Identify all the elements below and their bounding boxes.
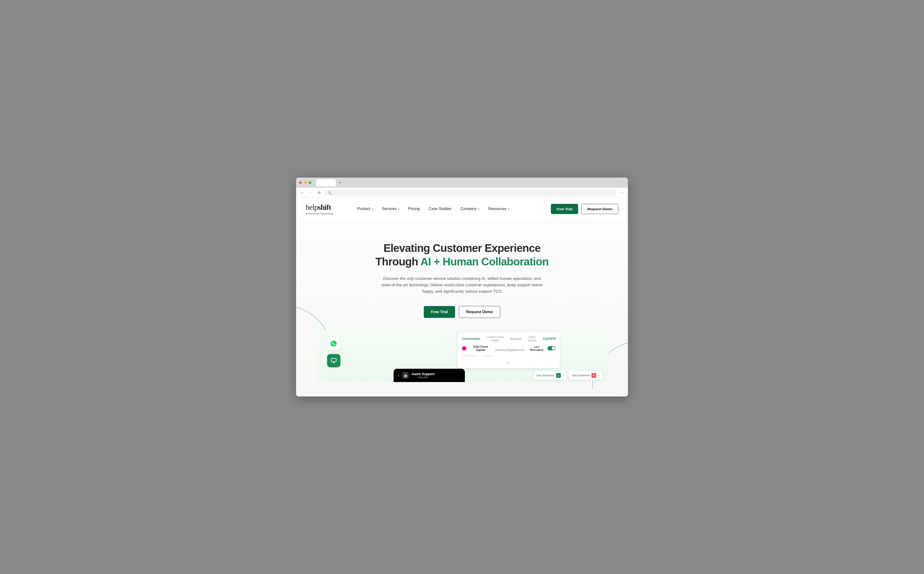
chat-widget: ‹ 🤖 Game Support Help Bot bbox=[394, 369, 465, 382]
minimize-window-icon[interactable] bbox=[304, 181, 307, 184]
logo[interactable]: helpshift A Keywords Technology bbox=[306, 203, 334, 215]
chevron-down-icon: ▾ bbox=[478, 208, 479, 210]
browser-menu-button[interactable]: ⋯ bbox=[620, 190, 625, 195]
chevron-down-icon: ▾ bbox=[508, 208, 509, 210]
nav-resources[interactable]: Resources ▾ bbox=[488, 207, 509, 211]
nav-product[interactable]: Product ▾ bbox=[357, 207, 373, 211]
nav-services[interactable]: Services ▾ bbox=[382, 207, 399, 211]
close-window-icon[interactable] bbox=[299, 181, 302, 184]
conversation-tabs: Conversation Custom Issue Fields Metadat… bbox=[462, 336, 556, 342]
sentiment-positive[interactable]: User Sentiment ☺ ▾ bbox=[534, 371, 566, 380]
hero-title-line2-pre: Through bbox=[375, 255, 420, 268]
nav-product-label: Product bbox=[357, 207, 370, 211]
hero-request-demo-button[interactable]: Request Demo bbox=[459, 306, 500, 318]
logo-part-shift: shift bbox=[318, 203, 331, 211]
main-nav: Product ▾ Services ▾ Pricing Case Studie… bbox=[357, 207, 509, 211]
toggle-switch-icon bbox=[548, 346, 556, 350]
user-name: Julia Cesar Zapata bbox=[468, 345, 493, 352]
hero-subtitle: Discover the only customer service solut… bbox=[381, 275, 543, 295]
issue-id: #1247879 bbox=[543, 337, 556, 341]
avatar bbox=[462, 346, 466, 350]
hero-cta-group: Free Trial Request Demo bbox=[306, 306, 618, 318]
frown-icon: ☹ bbox=[592, 373, 596, 378]
browser-tabs: + bbox=[316, 179, 343, 186]
nav-resources-label: Resources bbox=[488, 207, 507, 211]
edit-icon[interactable]: ✎ bbox=[462, 361, 556, 365]
nav-case-studies[interactable]: Case Studies bbox=[429, 207, 451, 211]
window-controls bbox=[299, 181, 312, 184]
chat-back-button[interactable]: ‹ bbox=[398, 373, 399, 378]
site-header: helpshift A Keywords Technology Product … bbox=[296, 198, 628, 220]
tab-conversation[interactable]: Conversation bbox=[462, 337, 480, 341]
header-cta-group: Free Trial Request Demo bbox=[551, 204, 618, 214]
address-bar[interactable]: 🔍 bbox=[324, 189, 617, 196]
smile-icon: ☺ bbox=[556, 373, 561, 378]
nav-company-label: Company bbox=[460, 207, 477, 211]
hero-title: Elevating Customer Experience Through AI… bbox=[306, 241, 618, 269]
live-messaging-toggle[interactable]: Live Messaging bbox=[527, 345, 556, 351]
channel-icons bbox=[327, 337, 340, 367]
sentiment-label: User Sentiment bbox=[536, 374, 554, 377]
hero-title-accent: AI + Human Collaboration bbox=[420, 255, 549, 268]
logo-tagline: A Keywords Technology bbox=[306, 212, 334, 215]
request-demo-button[interactable]: Request Demo bbox=[581, 204, 618, 214]
chevron-down-icon: ▾ bbox=[563, 374, 564, 377]
browser-titlebar: + bbox=[296, 178, 628, 188]
forward-button[interactable]: → bbox=[308, 189, 314, 196]
browser-window: + ← → ⟳ 🔍 ⋯ helpshift A Keywords Technol… bbox=[296, 177, 628, 397]
placeholder-line bbox=[482, 355, 493, 356]
chat-header-text: Game Support Help Bot bbox=[412, 372, 434, 379]
logo-part-help: help bbox=[306, 203, 318, 211]
sentiment-label: User Sentiment bbox=[571, 374, 590, 377]
chat-subtitle: Help Bot bbox=[412, 376, 434, 379]
logo-text: helpshift bbox=[306, 203, 334, 212]
chevron-down-icon: ▾ bbox=[398, 208, 399, 210]
product-preview: ‹ 🤖 Game Support Help Bot Conversation C… bbox=[315, 330, 609, 382]
hero-section: Elevating Customer Experience Through AI… bbox=[296, 220, 628, 397]
nav-pricing[interactable]: Pricing bbox=[408, 207, 420, 211]
page-content: helpshift A Keywords Technology Product … bbox=[296, 198, 628, 397]
tab-metadata[interactable]: Metadata bbox=[510, 337, 521, 341]
reload-button[interactable]: ⟳ bbox=[316, 189, 322, 196]
chevron-down-icon: ▾ bbox=[598, 374, 599, 377]
whatsapp-icon bbox=[327, 337, 340, 350]
search-icon: 🔍 bbox=[328, 191, 332, 195]
sentiment-badges: User Sentiment ☺ ▾ User Sentiment ☹ ▾ bbox=[534, 371, 602, 380]
user-email-value: juliacesar@gamer.com bbox=[496, 348, 524, 352]
maximize-window-icon[interactable] bbox=[309, 181, 312, 184]
conversation-user-row: Julia Cesar Zapata · juliacesar@gamer.co… bbox=[462, 345, 556, 352]
browser-tab[interactable] bbox=[316, 179, 336, 186]
hero-title-line1: Elevating Customer Experience bbox=[383, 242, 540, 254]
placeholder-line bbox=[462, 355, 479, 356]
sentiment-negative[interactable]: User Sentiment ☹ ▾ bbox=[569, 371, 602, 380]
back-button[interactable]: ← bbox=[299, 189, 305, 196]
tab-custom-fields[interactable]: Custom Issue Fields bbox=[485, 336, 505, 342]
placeholder-lines bbox=[462, 355, 556, 356]
bot-icon: 🤖 bbox=[402, 372, 409, 379]
hero-free-trial-button[interactable]: Free Trial bbox=[424, 306, 455, 318]
svg-rect-0 bbox=[331, 358, 336, 362]
nav-case-studies-label: Case Studies bbox=[429, 207, 451, 211]
conversation-panel: Conversation Custom Issue Fields Metadat… bbox=[458, 332, 560, 368]
tab-other-issues[interactable]: Other Issues bbox=[526, 336, 539, 342]
live-messaging-label: Live Messaging bbox=[527, 345, 546, 351]
free-trial-button[interactable]: Free Trial bbox=[551, 204, 578, 214]
user-email: · juliacesar@gamer.com bbox=[495, 345, 525, 352]
desktop-icon bbox=[327, 354, 340, 367]
nav-services-label: Services bbox=[382, 207, 397, 211]
nav-company[interactable]: Company ▾ bbox=[460, 207, 479, 211]
browser-toolbar: ← → ⟳ 🔍 ⋯ bbox=[296, 188, 628, 198]
nav-pricing-label: Pricing bbox=[408, 207, 420, 211]
chevron-down-icon: ▾ bbox=[372, 208, 373, 210]
chat-title: Game Support bbox=[412, 372, 434, 376]
new-tab-button[interactable]: + bbox=[337, 180, 343, 186]
